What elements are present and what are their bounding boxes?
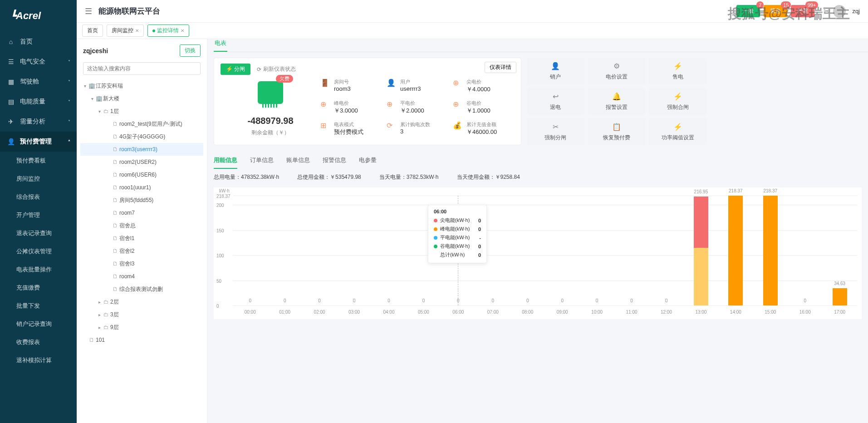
nav-subitem[interactable]: 房间监控	[0, 170, 77, 188]
inner-tab[interactable]: 订单信息	[250, 156, 274, 169]
platform-title: 能源物联网云平台	[98, 6, 160, 16]
tree-node[interactable]: 🗋4G架子(4GGGGG)	[80, 130, 203, 143]
nav-subitem[interactable]: 开户管理	[0, 206, 77, 224]
nav-item[interactable]: ⌂首页	[0, 32, 77, 52]
tree-node[interactable]: ▸🗀9层	[80, 321, 203, 334]
nav-subitem[interactable]: 批量下发	[0, 297, 77, 315]
button-icon: ⚡	[673, 62, 682, 70]
chevron-icon: ˅	[68, 79, 70, 84]
inner-tab[interactable]: 电参量	[359, 156, 377, 169]
action-button[interactable]: ⚡强制合闸	[649, 88, 706, 115]
menu-toggle-icon[interactable]: ☰	[85, 6, 92, 16]
tree-node[interactable]: 🗋综合报表测试勿删	[80, 283, 203, 295]
page-tab[interactable]: 首页	[82, 25, 103, 37]
tree-node[interactable]: 🗋宿舍总	[80, 219, 203, 232]
action-button[interactable]: ⚡功率阈值设置	[649, 118, 706, 145]
action-button[interactable]: 📋恢复预付费	[588, 118, 646, 145]
folder-icon: 🗋	[111, 159, 119, 165]
nav-subitem[interactable]: 公摊仪表管理	[0, 242, 77, 261]
action-button[interactable]: 👤销户	[527, 58, 584, 84]
nav-subitem[interactable]: 预付费看板	[0, 152, 77, 170]
nav-subitem[interactable]: 退补模拟计算	[0, 351, 77, 369]
action-button[interactable]: ✂强制分闸	[527, 118, 584, 145]
chart-bar[interactable]: 218.37	[763, 196, 778, 305]
info-icon: ⊕	[453, 79, 463, 89]
folder-icon: 🗋	[111, 222, 119, 229]
action-button[interactable]: ⚙电价设置	[588, 58, 646, 84]
action-button[interactable]: ⚡售电	[649, 58, 706, 84]
chart-unit: kW·h	[219, 188, 230, 193]
tree-node[interactable]: 🗋101	[80, 334, 203, 346]
tree-node[interactable]: ▾🏢新大楼	[80, 92, 203, 105]
folder-icon: 🗀	[102, 324, 110, 330]
logo: ┗Acrel	[0, 0, 77, 32]
avatar[interactable]	[833, 5, 846, 18]
inner-tab[interactable]: 报警信息	[323, 156, 346, 169]
tree-node[interactable]: 🗋room2_test(9层用户-测试)	[80, 118, 203, 130]
tree-node[interactable]: 🗋room4	[80, 270, 203, 283]
owe-badge: 欠费	[276, 75, 293, 83]
expand-icon: ▸	[97, 300, 102, 305]
inner-tab[interactable]: 账单信息	[286, 156, 310, 169]
info-icon: ⟳	[387, 121, 397, 131]
tree-node[interactable]: ▸🗀2层	[80, 295, 203, 308]
tree-node[interactable]: 🗋宿舍l3	[80, 257, 203, 270]
tree-node[interactable]: ▾🗀1层	[80, 105, 203, 118]
stat-item: 总使用金额：￥535479.98	[297, 173, 361, 181]
meter-detail-button[interactable]: 仪表详情	[485, 62, 516, 73]
tree-node[interactable]: ▾🏢江苏安科瑞	[80, 79, 203, 92]
alert-badge[interactable]: 严重99+	[791, 5, 814, 17]
alert-badge[interactable]: 紧急15	[764, 5, 787, 17]
info-icon: ⊞	[320, 121, 330, 131]
nav-subitem[interactable]: 综合报表	[0, 188, 77, 206]
tree-search-input[interactable]	[83, 62, 201, 75]
alert-badge[interactable]: 一般7	[736, 5, 760, 17]
info-item: 👤用户userrrr3	[387, 79, 448, 93]
info-item: 💰累计充值金额￥46000.00	[453, 121, 515, 136]
nav-subitem[interactable]: 电表批量操作	[0, 261, 77, 279]
nav-item[interactable]: ▦驾驶舱˅	[0, 72, 77, 92]
refresh-status[interactable]: ⟳ 刷新仪表状态	[257, 65, 296, 73]
tree-node[interactable]: 🗋room2(USER2)	[80, 156, 203, 168]
chart-bar[interactable]: 216.95	[694, 197, 708, 305]
nav-subitem[interactable]: 销户记录查询	[0, 315, 77, 333]
tree-node[interactable]: ▸🗀3层	[80, 308, 203, 321]
energy-chart: kW·h 050100150200218.37000:00001:00002:0…	[214, 187, 862, 319]
switch-button[interactable]: 切换	[180, 44, 201, 57]
tree-node[interactable]: 🗋room3(userrrr3)	[80, 143, 203, 156]
tree-node[interactable]: 🗋宿舍l2	[80, 245, 203, 257]
section-title: 电表	[214, 39, 868, 52]
nav-item[interactable]: ✈需量分析˅	[0, 112, 77, 132]
page-tab[interactable]: 监控详情✕	[147, 25, 189, 37]
tree-node[interactable]: 🗋房间5(fddd55)	[80, 194, 203, 207]
action-button[interactable]: ↩退电	[527, 88, 584, 115]
button-icon: 📋	[612, 123, 621, 131]
meter-card: 仪表详情 ⚡ 分闸 ⟳ 刷新仪表状态 欠费 -488979.98 剩余金额（￥）	[214, 58, 521, 145]
nav-item[interactable]: 👤预付费管理˄	[0, 132, 77, 152]
balance-value: -488979.98	[247, 116, 293, 126]
close-switch-button[interactable]: ⚡ 分闸	[221, 64, 250, 75]
screenshot-icon[interactable]: ✂	[824, 7, 829, 15]
tree-node[interactable]: 🗋rooo1(uuur1)	[80, 181, 203, 194]
folder-icon: 🏢	[95, 95, 103, 102]
close-icon[interactable]: ✕	[181, 28, 184, 33]
user-name[interactable]: zqj	[852, 8, 860, 15]
tree-node[interactable]: 🗋room6(USER6)	[80, 168, 203, 181]
chart-bar[interactable]: 34.63	[833, 288, 847, 305]
sidebar: ┗Acrel ⌂首页☰电气安全˅▦驾驶舱˅▤电能质量˅✈需量分析˅👤预付费管理˄…	[0, 0, 77, 423]
nav-subitem[interactable]: 收费报表	[0, 333, 77, 351]
tree-node[interactable]: 🗋宿舍l1	[80, 232, 203, 245]
page-tab[interactable]: 房间监控✕	[107, 25, 144, 37]
folder-icon: 🗋	[111, 235, 119, 241]
tree-node[interactable]: 🗋room7	[80, 207, 203, 219]
nav-subitem[interactable]: 退表记录查询	[0, 224, 77, 242]
tabs-bar: 首页房间监控✕监控详情✕	[77, 23, 868, 39]
action-button[interactable]: 🔔报警设置	[588, 88, 646, 115]
nav-item[interactable]: ▤电能质量˅	[0, 92, 77, 112]
chart-bar[interactable]: 218.37	[728, 196, 743, 305]
nav-subitem[interactable]: 充值缴费	[0, 279, 77, 297]
nav-item[interactable]: ☰电气安全˅	[0, 52, 77, 72]
close-icon[interactable]: ✕	[135, 28, 139, 33]
button-icon: ⚙	[613, 62, 620, 70]
inner-tab[interactable]: 用能信息	[214, 156, 237, 169]
